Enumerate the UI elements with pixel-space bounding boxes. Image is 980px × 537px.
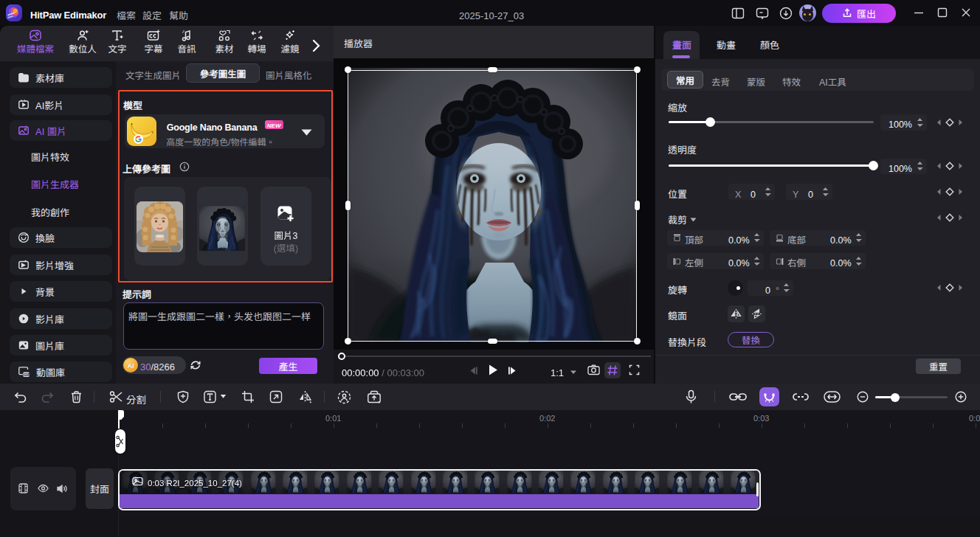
svg-text:GIF: GIF bbox=[24, 373, 30, 377]
